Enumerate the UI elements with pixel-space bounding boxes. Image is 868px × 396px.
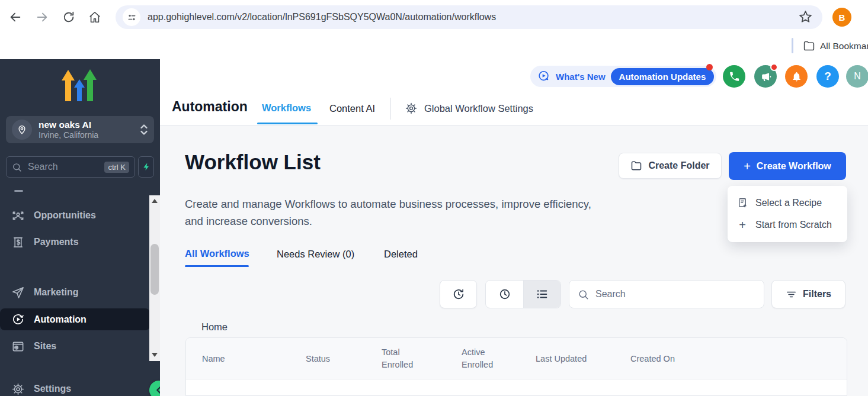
bookmark-star-icon[interactable] bbox=[798, 9, 813, 24]
updates-notification-dot bbox=[706, 64, 713, 70]
chevron-up-down-icon bbox=[140, 123, 148, 136]
url-text: app.gohighlevel.com/v2/location/lnPS691g… bbox=[148, 12, 496, 22]
sidebar-item-settings[interactable]: Settings bbox=[0, 379, 148, 396]
sidebar: new oaks AI Irvine, California ctrl K Op… bbox=[0, 59, 160, 396]
help-button[interactable]: ? bbox=[816, 65, 839, 88]
list-view-button[interactable] bbox=[523, 281, 560, 308]
sidebar-item-payments[interactable]: Payments bbox=[0, 232, 148, 252]
create-folder-label: Create Folder bbox=[648, 160, 709, 171]
pending-view-button[interactable] bbox=[486, 281, 523, 308]
column-header-active-enrolled: Active Enrolled bbox=[462, 346, 536, 371]
sidebar-item-label: Sites bbox=[34, 341, 56, 352]
truncated-menu-icon bbox=[14, 190, 23, 192]
clock-icon bbox=[498, 288, 511, 301]
page-section-title: Automation bbox=[172, 99, 248, 115]
create-folder-button[interactable]: Create Folder bbox=[619, 153, 722, 179]
search-icon bbox=[12, 162, 22, 172]
payments-icon bbox=[11, 236, 25, 249]
sidebar-item-sites[interactable]: Sites bbox=[0, 336, 148, 356]
gohighlevel-app-window: app.gohighlevel.com/v2/location/lnPS691g… bbox=[0, 0, 868, 396]
location-pin-icon bbox=[12, 120, 32, 140]
tab-workflows[interactable]: Workflows bbox=[262, 102, 311, 114]
phone-button[interactable] bbox=[723, 65, 745, 88]
workflow-table: Name Status Total Enrolled Active Enroll… bbox=[185, 337, 847, 396]
plus-icon: + bbox=[737, 219, 748, 231]
sidebar-item-label: Automation bbox=[34, 314, 87, 325]
dropdown-item-label: Select a Recipe bbox=[755, 198, 822, 208]
tab-needs-review[interactable]: Needs Review (0) bbox=[277, 249, 354, 260]
sites-icon bbox=[11, 340, 25, 353]
filter-icon bbox=[786, 289, 797, 300]
create-workflow-button[interactable]: + Create Workflow bbox=[729, 152, 846, 180]
sidebar-item-label: Opportunities bbox=[34, 210, 96, 221]
browser-back-icon[interactable] bbox=[9, 11, 22, 24]
notifications-button[interactable] bbox=[785, 65, 808, 88]
global-settings-gear-icon[interactable] bbox=[405, 102, 418, 115]
sidebar-item-automation[interactable]: Automation bbox=[0, 308, 150, 330]
sidebar-item-label: Payments bbox=[34, 237, 79, 247]
browser-profile-avatar[interactable]: B bbox=[832, 8, 851, 27]
tab-deleted[interactable]: Deleted bbox=[384, 249, 418, 260]
account-switcher[interactable]: new oaks AI Irvine, California bbox=[6, 116, 154, 143]
whats-new-icon bbox=[537, 70, 550, 83]
browser-reload-icon[interactable] bbox=[62, 11, 75, 24]
address-bar[interactable]: app.gohighlevel.com/v2/location/lnPS691g… bbox=[116, 5, 822, 29]
bookmarks-folder-icon[interactable] bbox=[803, 40, 815, 52]
quick-actions-button[interactable] bbox=[138, 156, 154, 178]
paper-plane-icon bbox=[11, 286, 25, 300]
all-bookmarks-label[interactable]: All Bookmarks bbox=[820, 41, 868, 51]
gear-icon bbox=[11, 382, 25, 396]
filters-label: Filters bbox=[803, 289, 831, 300]
enrollment-history-button[interactable] bbox=[440, 280, 477, 308]
sidebar-item-label: Settings bbox=[34, 384, 71, 394]
dropdown-item-label: Start from Scratch bbox=[755, 220, 832, 230]
browser-home-icon[interactable] bbox=[88, 11, 101, 24]
browser-forward-icon[interactable] bbox=[36, 11, 49, 24]
recipe-icon bbox=[737, 197, 748, 208]
tab-all-workflows[interactable]: All Workflows bbox=[185, 248, 249, 259]
scrollbar-up-arrow[interactable] bbox=[152, 199, 158, 203]
automation-icon bbox=[11, 313, 25, 326]
phone-icon bbox=[729, 71, 740, 82]
opportunities-icon bbox=[11, 209, 25, 223]
sidebar-item-opportunities[interactable]: Opportunities bbox=[0, 205, 148, 226]
page-title: Workflow List bbox=[185, 150, 321, 174]
question-mark-icon: ? bbox=[824, 70, 831, 83]
table-header-row: Name Status Total Enrolled Active Enroll… bbox=[186, 338, 847, 379]
user-avatar[interactable]: N bbox=[846, 65, 868, 88]
scrollbar-thumb[interactable] bbox=[150, 244, 159, 295]
dropdown-item-start-scratch[interactable]: + Start from Scratch bbox=[728, 214, 847, 236]
global-workflow-settings-link[interactable]: Global Workflow Settings bbox=[424, 103, 533, 114]
gohighlevel-logo bbox=[61, 68, 99, 101]
header-divider bbox=[390, 98, 390, 120]
page-subtitle: Create and manage Workflows to automate … bbox=[185, 195, 603, 230]
browser-toolbar: app.gohighlevel.com/v2/location/lnPS691g… bbox=[0, 0, 868, 33]
whats-new-label: What's New bbox=[556, 72, 606, 82]
account-text: new oaks AI Irvine, California bbox=[39, 119, 98, 140]
folder-icon bbox=[630, 160, 642, 172]
breadcrumb-home[interactable]: Home bbox=[201, 321, 228, 333]
announcements-notification-dot bbox=[770, 63, 778, 71]
avatar-initial: N bbox=[854, 71, 861, 82]
tab-content-ai[interactable]: Content AI bbox=[329, 103, 375, 114]
table-body bbox=[186, 379, 847, 395]
site-info-icon[interactable] bbox=[123, 8, 140, 26]
scrollbar-down-arrow[interactable] bbox=[152, 353, 158, 357]
sidebar-search[interactable]: ctrl K bbox=[6, 156, 135, 178]
create-workflow-dropdown: Select a Recipe + Start from Scratch bbox=[728, 186, 847, 242]
create-workflow-label: Create Workflow bbox=[757, 161, 831, 172]
dropdown-item-select-recipe[interactable]: Select a Recipe bbox=[728, 192, 847, 214]
bookmarks-divider bbox=[792, 38, 793, 53]
plus-icon: + bbox=[744, 160, 751, 172]
filters-button[interactable]: Filters bbox=[771, 280, 845, 308]
automation-updates-badge[interactable]: Automation Updates bbox=[611, 68, 715, 85]
column-header-name: Name bbox=[186, 354, 306, 363]
sidebar-item-marketing[interactable]: Marketing bbox=[0, 282, 148, 302]
sidebar-search-input[interactable] bbox=[27, 161, 104, 173]
whats-new-pill[interactable]: What's New Automation Updates bbox=[530, 66, 716, 87]
column-header-status: Status bbox=[306, 354, 382, 363]
tab-workflows-underline bbox=[257, 123, 318, 124]
column-header-total-enrolled: Total Enrolled bbox=[382, 346, 462, 371]
workflow-search[interactable] bbox=[569, 280, 764, 308]
workflow-search-input[interactable] bbox=[594, 288, 755, 300]
